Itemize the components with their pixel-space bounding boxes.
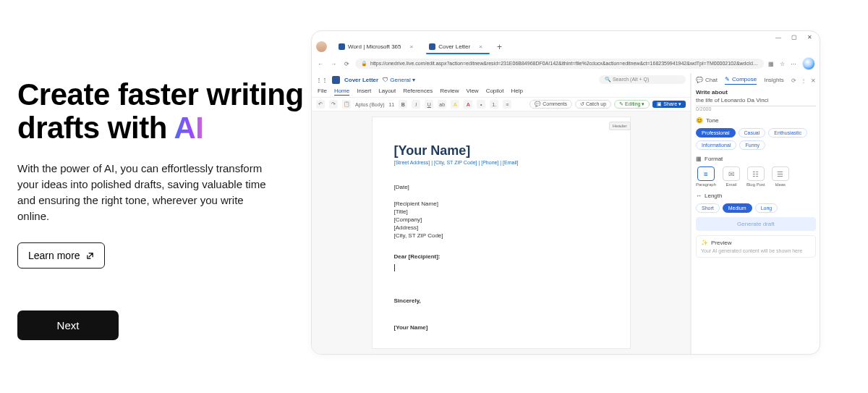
write-about-label: Write about	[696, 89, 816, 96]
length-long[interactable]: Long	[755, 203, 778, 213]
doc-city-zip: [City, ST ZIP Code]	[394, 232, 608, 239]
extensions-icon[interactable]: ⋯	[791, 61, 796, 67]
menu-view[interactable]: View	[466, 88, 478, 96]
italic-icon[interactable]: I	[412, 100, 420, 109]
sensitivity-badge[interactable]: 🛡 General ▾	[383, 77, 415, 83]
undo-icon[interactable]: ↶	[316, 100, 325, 109]
strikethrough-icon[interactable]: ab	[438, 100, 446, 109]
apps-grid-icon[interactable]: ⋮⋮	[316, 77, 328, 83]
menu-insert[interactable]: Insert	[357, 88, 371, 96]
redo-icon[interactable]: ↷	[329, 100, 338, 109]
align-icon[interactable]: ≡	[503, 100, 511, 109]
share-button[interactable]: ▣ Share ▾	[652, 101, 686, 108]
font-size-selector[interactable]: 11	[388, 102, 394, 107]
underline-icon[interactable]: U	[425, 100, 433, 109]
nav-forward-icon[interactable]: →	[329, 59, 338, 68]
format-paragraph[interactable]: ≡Paragraph	[696, 166, 716, 187]
menu-home[interactable]: Home	[334, 88, 349, 96]
tone-funny[interactable]: Funny	[739, 140, 765, 150]
bold-icon[interactable]: B	[399, 100, 407, 109]
doc-contact-line: [Street Address] | [City, ST ZIP Code] |…	[394, 160, 608, 165]
menu-file[interactable]: File	[318, 88, 327, 96]
lock-icon: 🔒	[361, 61, 367, 66]
doc-date: [Date]	[394, 184, 608, 190]
copilot-tab-insights[interactable]: Insights	[764, 77, 784, 85]
compose-prompt-input[interactable]: the life of Leonardo Da Vinci	[696, 96, 816, 106]
generate-draft-button[interactable]: Generate draft	[696, 217, 816, 231]
url-text: https://onedrive.live.com/edit.aspx?acti…	[370, 61, 759, 66]
bing-copilot-icon[interactable]	[802, 57, 815, 70]
paste-icon[interactable]: 📋	[342, 100, 351, 109]
tone-casual[interactable]: Casual	[739, 128, 766, 138]
tone-informational[interactable]: Informational	[696, 140, 736, 150]
app-menu-icon[interactable]: ▦	[768, 61, 774, 67]
catchup-button[interactable]: ↺ Catch up	[575, 100, 611, 109]
external-link-icon	[86, 252, 94, 260]
editing-mode-button[interactable]: ✎ Editing ▾	[614, 100, 650, 109]
new-tab-button[interactable]: +	[493, 42, 506, 52]
numbering-icon[interactable]: 1.	[490, 100, 498, 109]
learn-more-button[interactable]: Learn more	[17, 242, 105, 269]
menu-layout[interactable]: Layout	[378, 88, 396, 96]
word-logo-icon	[332, 76, 340, 84]
tone-professional[interactable]: Professional	[696, 128, 736, 138]
menu-references[interactable]: References	[403, 88, 433, 96]
minimize-icon[interactable]: —	[775, 34, 781, 41]
word-favicon-icon	[429, 43, 435, 50]
browser-window: — ▢ ✕ Word | Microsoft 365 × Cover Lette…	[311, 30, 820, 355]
window-controls: — ▢ ✕	[312, 31, 820, 41]
format-email[interactable]: ✉Email	[723, 166, 740, 187]
nav-refresh-icon[interactable]: ⟳	[342, 59, 351, 68]
length-label: ↔ Length	[696, 193, 816, 199]
next-button[interactable]: Next	[17, 310, 119, 340]
comments-button[interactable]: 💬 Comments	[529, 100, 572, 109]
headline-ai: AI	[174, 111, 203, 145]
search-input[interactable]: 🔍 Search (Alt + Q)	[599, 75, 686, 84]
favorites-icon[interactable]: ☆	[780, 61, 785, 67]
length-medium[interactable]: Medium	[723, 203, 752, 213]
doc-company: [Company]	[394, 216, 608, 223]
page-headline: Create faster writing drafts with AI	[17, 78, 311, 145]
tab-close-icon[interactable]: ×	[479, 43, 482, 50]
menu-bar: File Home Insert Layout References Revie…	[312, 86, 690, 98]
doc-signature: [Your Name]	[394, 324, 608, 331]
refresh-icon[interactable]: ⟳	[791, 77, 796, 84]
format-ideas[interactable]: ☰Ideas	[772, 166, 789, 187]
close-icon[interactable]: ✕	[807, 34, 812, 41]
tab-label: Word | Microsoft 365	[348, 43, 401, 50]
doc-salutation: Dear [Recipient]:	[394, 253, 608, 260]
menu-help[interactable]: Help	[511, 88, 523, 96]
copilot-tab-compose[interactable]: ✎ Compose	[725, 76, 757, 85]
document-title[interactable]: Cover Letter	[344, 77, 378, 83]
tab-close-icon[interactable]: ×	[410, 43, 414, 50]
font-color-icon[interactable]: A	[464, 100, 472, 109]
doc-recipient-title: [Title]	[394, 208, 608, 215]
menu-review[interactable]: Review	[440, 88, 459, 96]
char-count: 0/2000	[696, 106, 816, 111]
tab-cover-letter[interactable]: Cover Letter ×	[423, 41, 493, 53]
tab-word365[interactable]: Word | Microsoft 365 ×	[333, 41, 423, 53]
preview-label: ✨ Preview	[701, 240, 811, 246]
length-short[interactable]: Short	[696, 203, 720, 213]
profile-avatar[interactable]	[316, 41, 327, 52]
maximize-icon[interactable]: ▢	[791, 34, 797, 41]
format-blogpost[interactable]: ☷Blog Post	[746, 166, 765, 187]
doc-closing: Sincerely,	[394, 297, 608, 304]
doc-heading-your-name: [Your Name]	[394, 143, 608, 159]
more-icon[interactable]: ⋮	[801, 77, 807, 84]
copilot-tab-chat[interactable]: 💬 Chat	[696, 77, 718, 85]
tab-label: Cover Letter	[438, 43, 470, 50]
address-bar[interactable]: 🔒https://onedrive.live.com/edit.aspx?act…	[355, 59, 764, 69]
bullets-icon[interactable]: •	[477, 100, 485, 109]
word-favicon-icon	[339, 43, 345, 50]
document-page[interactable]: Header [Your Name] [Street Address] | [C…	[373, 117, 630, 348]
text-cursor	[394, 264, 395, 271]
tone-enthusiastic[interactable]: Enthusiastic	[768, 128, 807, 138]
headline-text: Create faster writing drafts with	[17, 77, 304, 145]
font-selector[interactable]: Aptos (Body)	[355, 102, 384, 107]
panel-close-icon[interactable]: ✕	[811, 77, 816, 84]
highlight-icon[interactable]: A	[451, 100, 459, 109]
menu-copilot[interactable]: Copilot	[486, 88, 504, 96]
nav-back-icon[interactable]: ←	[316, 59, 325, 68]
page-blurb: With the power of AI, you can effortless…	[17, 161, 271, 224]
